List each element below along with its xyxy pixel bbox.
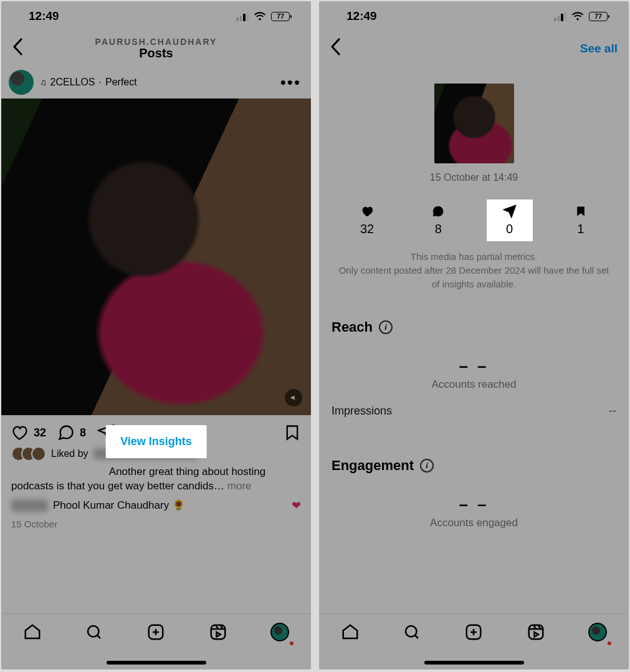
music-note-icon: ♫ [40,77,47,87]
status-bar: 12:49 77 [319,1,629,31]
impressions-row[interactable]: Impressions -- [319,391,629,418]
impressions-value: -- [609,405,616,418]
status-time: 12:49 [29,9,59,23]
svg-point-0 [88,626,99,637]
status-indicators: 77 [236,12,290,21]
back-button[interactable] [9,38,27,60]
engagement-label: Accounts engaged [319,517,629,529]
cellular-icon [236,12,249,21]
tab-search[interactable] [82,623,107,641]
view-insights-button[interactable]: View Insights [105,425,207,458]
reach-label: Accounts reached [319,378,629,391]
commenter-name: Phool Kumar Chaudhary 🌻 [53,499,185,512]
stat-likes[interactable]: 32 [345,201,389,240]
battery-icon: 77 [271,12,290,21]
bookmark-icon [575,204,587,218]
stat-likes-count: 32 [360,222,374,236]
reach-title: Reach [332,319,373,335]
wifi-icon [254,12,266,21]
home-indicator[interactable] [424,661,524,665]
caption-line1: Another great thing about hosting [109,466,265,478]
heart-icon [360,204,374,218]
svg-point-3 [406,626,417,637]
svg-rect-5 [529,625,543,640]
notification-badge [608,641,611,645]
cellular-icon [554,12,566,21]
tab-home[interactable] [20,623,45,641]
notification-badge [290,641,294,645]
volume-icon[interactable] [285,389,302,406]
music-attribution[interactable]: ♫ 2CELLOS · Perfect [40,77,137,88]
tab-reels[interactable] [206,623,231,641]
stats-row: 32 8 0 1 [319,196,629,250]
comment-like-icon[interactable]: ❤ [292,499,301,512]
screen-post: 12:49 77 PAURUSH.CHAUDHARY Posts ♫ 2CELL… [1,1,311,670]
post-timestamp: 15 October at 14:49 [319,172,629,183]
svg-rect-2 [211,625,226,640]
avatar[interactable] [9,70,34,95]
engagement-title: Engagement [332,458,414,474]
stat-shares-count: 0 [506,222,513,236]
status-indicators: 77 [554,12,608,21]
status-time: 12:49 [346,9,377,23]
liked-by-label: Liked by [51,448,88,459]
comment-row[interactable]: xxxxxx Phool Kumar Chaudhary 🌻 ❤ [1,496,311,515]
like-button[interactable]: 32 [11,424,46,441]
nav-header: See all [319,31,629,66]
like-count: 32 [34,426,46,439]
stat-saves[interactable]: 1 [559,201,603,240]
back-button[interactable] [327,38,345,60]
separator: · [99,77,102,88]
info-icon[interactable]: i [379,320,393,334]
partial-metrics-notice: This media has partial metrics. Only con… [319,250,629,305]
post-caption[interactable]: xxxxxxxxxxxxxxxxxx Another great thing a… [1,463,311,496]
comment-icon [431,204,445,218]
status-bar: 12:49 77 [1,1,311,31]
screen-insights: 12:49 77 See all 15 October at 14:49 32 … [319,1,629,670]
music-track: Perfect [105,77,137,88]
reach-value: – – [319,357,629,376]
comment-button[interactable]: 8 [57,424,86,441]
header-username: PAURUSH.CHAUDHARY [1,37,311,47]
tab-reels[interactable] [523,623,548,641]
battery-icon: 77 [589,12,608,21]
impressions-label: Impressions [332,405,392,418]
post-header: ♫ 2CELLOS · Perfect ••• [1,66,311,98]
more-options-button[interactable]: ••• [280,73,303,92]
tab-home[interactable] [338,623,363,641]
stat-comments-count: 8 [435,222,442,236]
reach-header: Reach i [319,305,629,340]
tab-create[interactable] [143,623,168,641]
tab-search[interactable] [399,623,424,641]
caption-line2: podcasts is that you get way better cand… [11,480,224,492]
post-date: 15 October [1,515,311,533]
tab-create[interactable] [461,623,486,641]
tab-profile[interactable] [585,623,610,641]
save-button[interactable] [284,424,301,441]
share-icon [503,204,517,218]
stat-comments[interactable]: 8 [416,201,460,240]
info-icon[interactable]: i [420,459,434,473]
see-all-link[interactable]: See all [580,42,618,55]
comment-avatar-redacted: xxxxxx [11,499,48,512]
tab-profile[interactable] [267,623,292,641]
wifi-icon [571,12,584,21]
stat-shares[interactable]: 0 [488,201,532,240]
comment-count: 8 [80,426,86,439]
post-thumbnail[interactable] [434,84,514,163]
post-image[interactable] [1,98,311,415]
stat-saves-count: 1 [577,222,584,236]
engagement-header: Engagement i [319,418,629,479]
home-indicator[interactable] [107,661,206,665]
header-title: Posts [1,46,311,60]
nav-header: PAURUSH.CHAUDHARY Posts [1,31,311,66]
engagement-value: – – [319,495,629,514]
caption-more[interactable]: more [227,480,252,492]
liked-by-avatars [11,446,46,461]
music-artist: 2CELLOS [50,77,95,88]
